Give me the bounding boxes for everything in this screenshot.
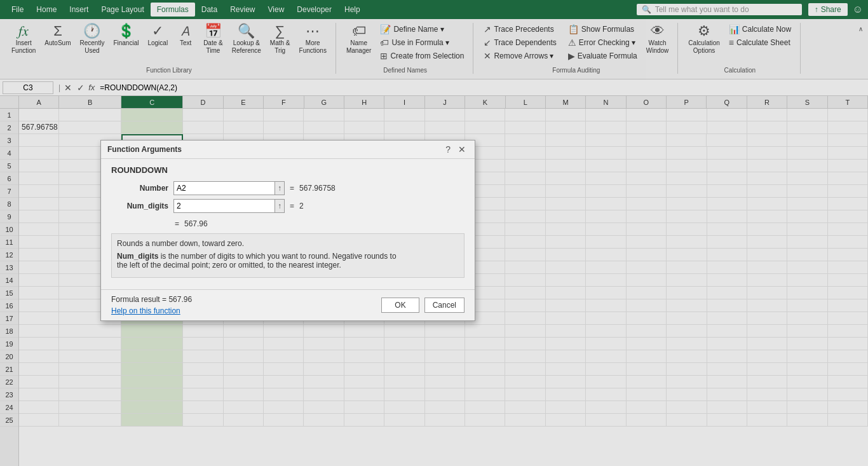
formula-result-line: = 567.96 xyxy=(111,217,465,228)
arg-number-input-wrap: ↑ xyxy=(173,181,285,195)
dialog-titlebar: Function Arguments ? ✕ xyxy=(101,140,475,159)
dialog-footer: Formula result = 567.96 Help on this fun… xyxy=(101,289,475,320)
arg-numdigits-input[interactable] xyxy=(174,200,275,212)
arg-numdigits-value: 2 xyxy=(299,202,304,210)
arg-numdigits-equals: = xyxy=(290,202,294,210)
description-param-text: is the number of digits to which you wan… xyxy=(117,252,397,270)
ok-button[interactable]: OK xyxy=(381,298,419,313)
description-param: Num_digits is the number of digits to wh… xyxy=(117,252,459,270)
function-name-label: ROUNDDOWN xyxy=(111,165,465,175)
dialog-result-value: 567.96 xyxy=(184,219,208,228)
arg-number-input[interactable] xyxy=(174,182,275,194)
dialog-close-btn[interactable]: ✕ xyxy=(456,144,468,154)
arg-row-num-digits: Num_digits ↑ = 2 xyxy=(111,199,465,213)
arg-number-value: 567.96758 xyxy=(299,184,336,193)
arg-number-equals: = xyxy=(290,184,294,193)
function-arguments-dialog: Function Arguments ? ✕ ROUNDDOWN Number … xyxy=(100,140,475,321)
description-area: Rounds a number down, toward zero. Num_d… xyxy=(111,233,465,278)
arg-number-collapse-btn[interactable]: ↑ xyxy=(275,182,284,195)
dialog-body: ROUNDDOWN Number ↑ = 567.96758 Num_digit… xyxy=(101,159,475,289)
cancel-button[interactable]: Cancel xyxy=(424,298,465,313)
description-param-name: Num_digits xyxy=(117,252,158,261)
formula-result-footer: Formula result = 567.96 xyxy=(111,295,192,304)
description-main: Rounds a number down, toward zero. xyxy=(117,239,459,248)
arg-numdigits-label: Num_digits xyxy=(111,202,168,210)
arg-number-label: Number xyxy=(111,184,168,193)
dialog-title: Function Arguments xyxy=(107,145,182,154)
dialog-action-buttons: OK Cancel xyxy=(381,298,465,313)
dialog-help-btn[interactable]: ? xyxy=(443,144,453,154)
arg-numdigits-input-wrap: ↑ xyxy=(173,199,285,213)
arg-numdigits-collapse-btn[interactable]: ↑ xyxy=(275,200,284,212)
arg-row-number: Number ↑ = 567.96758 xyxy=(111,181,465,195)
dialog-overlay: Function Arguments ? ✕ ROUNDDOWN Number … xyxy=(0,0,868,466)
help-link[interactable]: Help on this function xyxy=(111,306,192,315)
